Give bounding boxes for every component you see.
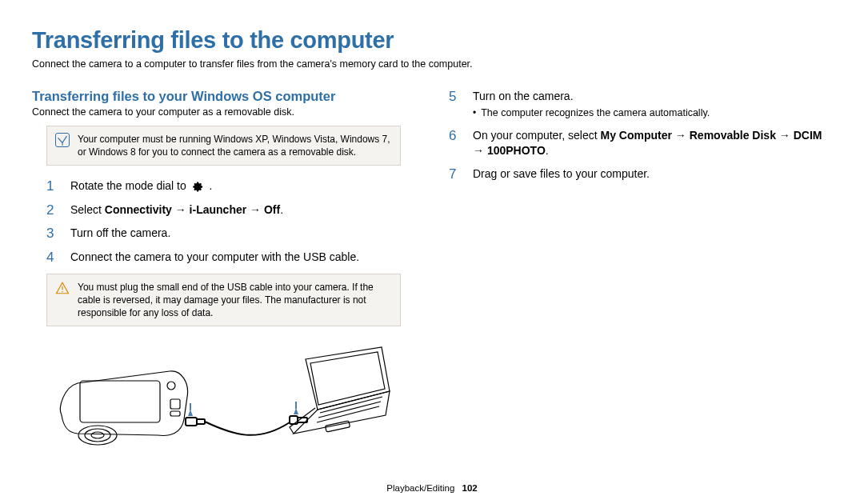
step-body: Rotate the mode dial to . xyxy=(70,178,212,194)
camera-laptop-illustration xyxy=(50,339,415,455)
footer-section: Playback/Editing xyxy=(386,483,454,493)
page-footer: Playback/Editing 102 xyxy=(0,483,864,493)
svg-rect-9 xyxy=(186,418,197,426)
svg-line-16 xyxy=(318,402,381,418)
page-title: Transferring files to the computer xyxy=(32,27,832,54)
step-1: 1 Rotate the mode dial to . xyxy=(46,178,415,194)
svg-rect-13 xyxy=(190,403,191,410)
gear-icon xyxy=(192,181,204,193)
step-6: 6 On your computer, select My Computer →… xyxy=(449,128,832,158)
svg-line-17 xyxy=(317,406,379,422)
svg-rect-10 xyxy=(197,419,205,424)
step-number: 2 xyxy=(46,202,61,218)
step-number: 3 xyxy=(46,226,61,242)
step-7: 7 Drag or save files to your computer. xyxy=(449,166,832,182)
step-5: 5 Turn on the camera. • The computer rec… xyxy=(449,89,832,120)
step-body: Turn on the camera. • The computer recog… xyxy=(473,89,710,120)
svg-rect-11 xyxy=(290,416,298,424)
step-text-tail: . xyxy=(280,203,283,216)
step-text-bold: Connectivity → i-Launcher → Off xyxy=(105,203,280,216)
svg-rect-8 xyxy=(170,411,180,416)
svg-point-5 xyxy=(91,432,104,438)
step-text-plain: Select xyxy=(70,203,105,216)
svg-rect-14 xyxy=(295,402,297,409)
footer-page-number: 102 xyxy=(462,483,478,493)
step-text-tail: . xyxy=(546,144,549,157)
svg-point-4 xyxy=(85,429,110,442)
warning-note-text: You must plug the small end of the USB c… xyxy=(78,281,392,320)
step-3: 3 Turn off the camera. xyxy=(46,226,415,242)
section-heading: Transferring files to your Windows OS co… xyxy=(32,89,415,104)
page-intro: Connect the camera to a computer to tran… xyxy=(32,58,832,70)
right-column: 5 Turn on the camera. • The computer rec… xyxy=(449,89,832,455)
step-text: Turn on the camera. xyxy=(473,89,710,104)
step-4: 4 Connect the camera to your computer wi… xyxy=(46,250,415,266)
step-number: 5 xyxy=(449,89,463,105)
step-body: Turn off the camera. xyxy=(70,226,170,241)
svg-line-15 xyxy=(320,397,382,413)
step-number: 1 xyxy=(46,178,61,194)
info-note-text: Your computer must be running Windows XP… xyxy=(78,133,392,158)
step-number: 4 xyxy=(46,250,61,266)
svg-point-1 xyxy=(62,290,63,292)
step-text-post: . xyxy=(210,179,213,192)
manual-page: Transferring files to the computer Conne… xyxy=(0,0,864,504)
info-note: Your computer must be running Windows XP… xyxy=(46,126,401,166)
step-body: On your computer, select My Computer → R… xyxy=(473,128,832,158)
sub-bullet: • The computer recognizes the camera aut… xyxy=(473,106,710,121)
step-2: 2 Select Connectivity → i-Launcher → Off… xyxy=(46,202,415,218)
svg-rect-7 xyxy=(170,399,180,409)
svg-point-6 xyxy=(167,382,175,390)
step-text-plain: On your computer, select xyxy=(473,129,601,142)
step-number: 7 xyxy=(449,166,463,182)
warning-note: You must plug the small end of the USB c… xyxy=(46,274,401,327)
section-subtext: Connect the camera to your computer as a… xyxy=(32,106,415,118)
warning-icon xyxy=(55,281,70,295)
step-body: Drag or save files to your computer. xyxy=(473,166,650,182)
two-column-layout: Transferring files to your Windows OS co… xyxy=(32,89,832,455)
step-body: Select Connectivity → i-Launcher → Off. xyxy=(70,202,283,218)
left-column: Transferring files to your Windows OS co… xyxy=(32,89,415,455)
step-body: Connect the camera to your computer with… xyxy=(70,250,359,265)
svg-rect-2 xyxy=(80,381,160,422)
step-number: 6 xyxy=(449,128,463,144)
step-text-pre: Rotate the mode dial to xyxy=(70,179,190,192)
info-icon xyxy=(55,133,70,147)
bullet-dot: • xyxy=(473,106,476,121)
bullet-text: The computer recognizes the camera autom… xyxy=(481,106,710,121)
